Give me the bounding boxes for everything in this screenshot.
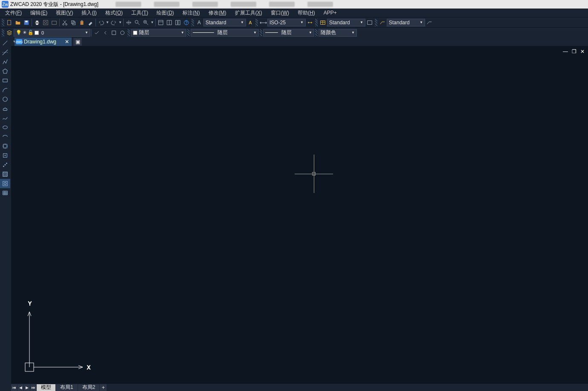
layer-previous-button[interactable]: [101, 29, 110, 37]
undo-dropdown[interactable]: ▼: [105, 18, 110, 27]
tab-nav-prev[interactable]: ◀: [17, 384, 23, 391]
tab-nav-next[interactable]: ▶: [24, 384, 30, 391]
tab-chevron[interactable]: ▼: [11, 40, 14, 44]
tool-palettes-button[interactable]: [174, 18, 182, 27]
menu-绘图[interactable]: 绘图(D): [152, 9, 178, 17]
cut-button[interactable]: [61, 18, 69, 27]
linetype-dropdown[interactable]: 随层▼: [191, 29, 259, 37]
menu-工具[interactable]: 工具(T): [127, 9, 152, 17]
tab-nav-last[interactable]: ⏭: [30, 384, 36, 391]
toolbar-grip[interactable]: [315, 29, 318, 37]
save-button[interactable]: [22, 18, 31, 27]
toolbar-grip[interactable]: [375, 19, 377, 26]
toolbar-grip[interactable]: [2, 19, 4, 26]
make-current-button[interactable]: [93, 29, 101, 37]
color-dropdown[interactable]: 随层▼: [131, 29, 186, 37]
insert-block-tool-button[interactable]: [0, 141, 10, 151]
redo-button[interactable]: [110, 18, 118, 27]
menu-修改[interactable]: 修改(M): [204, 9, 231, 17]
layout-tab-布局2[interactable]: 布局2: [78, 384, 100, 391]
menu-格式[interactable]: 格式(O): [101, 9, 127, 17]
layer-properties-button[interactable]: [5, 29, 14, 37]
make-block-tool-button[interactable]: [0, 151, 10, 160]
toolbar-grip[interactable]: [315, 19, 318, 26]
point-tool-button[interactable]: [0, 160, 10, 170]
construction-line-tool-button[interactable]: [0, 48, 10, 57]
region-tool-button[interactable]: [0, 179, 10, 188]
mdi-close-button[interactable]: ✕: [579, 49, 585, 55]
layer-dropdown[interactable]: 💡 ☀ 🔓 0 ▼: [14, 29, 90, 37]
table-style-dropdown[interactable]: Standard▼: [327, 19, 365, 26]
layout-tab-布局1[interactable]: 布局1: [56, 384, 78, 391]
lineweight-dropdown[interactable]: 随层▼: [263, 29, 314, 37]
tab-nav-first[interactable]: ⏮: [11, 384, 17, 391]
circle-tool-button[interactable]: [0, 95, 10, 104]
mdi-minimize-button[interactable]: —: [562, 49, 568, 55]
menu-编辑[interactable]: 编辑(E): [26, 9, 52, 17]
redo-dropdown[interactable]: ▼: [118, 18, 122, 27]
menu-APP+[interactable]: APP+: [319, 10, 341, 16]
zoom-realtime-button[interactable]: [133, 18, 142, 27]
help-button[interactable]: ?: [182, 18, 191, 27]
toolbar-grip[interactable]: [260, 29, 262, 37]
mleader-style-mgr-button[interactable]: [425, 18, 434, 27]
polygon-tool-button[interactable]: [0, 66, 10, 76]
publish-button[interactable]: [50, 18, 58, 27]
mleader-style-dropdown[interactable]: Standard▼: [387, 19, 425, 26]
undo-button[interactable]: [97, 18, 105, 27]
design-center-button[interactable]: [165, 18, 174, 27]
pan-button[interactable]: [125, 18, 133, 27]
zoom-window-button[interactable]: [142, 18, 150, 27]
revcloud-tool-button[interactable]: [0, 104, 10, 113]
ellipse-tool-button[interactable]: [0, 123, 10, 132]
toolbar-grip[interactable]: [2, 29, 4, 37]
text-style-dropdown[interactable]: Standard▼: [203, 19, 246, 26]
print-preview-button[interactable]: [41, 18, 50, 27]
hatch-tool-button[interactable]: [0, 170, 10, 179]
toolbar-grip[interactable]: [255, 19, 258, 26]
new-tab-button[interactable]: ▣: [73, 38, 82, 46]
text-style-mgr-button[interactable]: A: [246, 18, 255, 27]
ellipse-arc-tool-button[interactable]: [0, 132, 10, 141]
menu-标注[interactable]: 标注(N): [178, 9, 204, 17]
toolbar-grip[interactable]: [191, 19, 194, 26]
menu-帮助[interactable]: 帮助(H): [293, 9, 319, 17]
table-tool-button[interactable]: [0, 188, 10, 198]
menu-窗口[interactable]: 窗口(W): [266, 9, 293, 17]
paste-button[interactable]: [78, 18, 86, 27]
toolbar-grip[interactable]: [187, 29, 190, 37]
spline-tool-button[interactable]: [0, 113, 10, 123]
dim-style-dropdown[interactable]: ISO-25▼: [267, 19, 306, 26]
menu-插入[interactable]: 插入(I): [77, 9, 101, 17]
layout-tab-模型[interactable]: 模型: [37, 384, 55, 391]
table-style-mgr-button[interactable]: [365, 18, 374, 27]
match-props-button[interactable]: [86, 18, 95, 27]
document-tab[interactable]: DWG Drawing1.dwg ✕: [14, 37, 72, 46]
copy-button[interactable]: [69, 18, 78, 27]
new-button[interactable]: [5, 18, 14, 27]
menu-视图[interactable]: 视图(V): [52, 9, 77, 17]
table-style-icon[interactable]: [319, 18, 327, 27]
layer-states-button[interactable]: [110, 29, 118, 37]
rectangle-tool-button[interactable]: [0, 76, 10, 85]
mleader-style-icon[interactable]: [378, 18, 387, 27]
mdi-maximize-button[interactable]: ❐: [571, 49, 577, 55]
polyline-tool-button[interactable]: [0, 57, 10, 66]
arc-tool-button[interactable]: [0, 85, 10, 95]
menu-扩展工具[interactable]: 扩展工具(X): [231, 9, 266, 17]
zoom-dropdown[interactable]: ▼: [150, 18, 154, 27]
layer-isolate-button[interactable]: [118, 29, 127, 37]
dim-style-icon[interactable]: ⟷: [259, 18, 267, 27]
properties-button[interactable]: [156, 18, 165, 27]
tab-close-button[interactable]: ✕: [65, 39, 69, 45]
drawing-canvas[interactable]: — ❐ ✕ Y X: [11, 46, 588, 383]
menu-文件[interactable]: 文件(F): [1, 9, 26, 17]
print-button[interactable]: [33, 18, 41, 27]
line-tool-button[interactable]: [0, 38, 10, 48]
text-style-icon[interactable]: A: [195, 18, 203, 27]
dim-style-mgr-button[interactable]: [306, 18, 314, 27]
toolbar-grip[interactable]: [127, 29, 130, 37]
open-button[interactable]: [14, 18, 22, 27]
plot-color-dropdown[interactable]: 随颜色▼: [319, 29, 357, 37]
add-layout-button[interactable]: +: [100, 384, 107, 391]
